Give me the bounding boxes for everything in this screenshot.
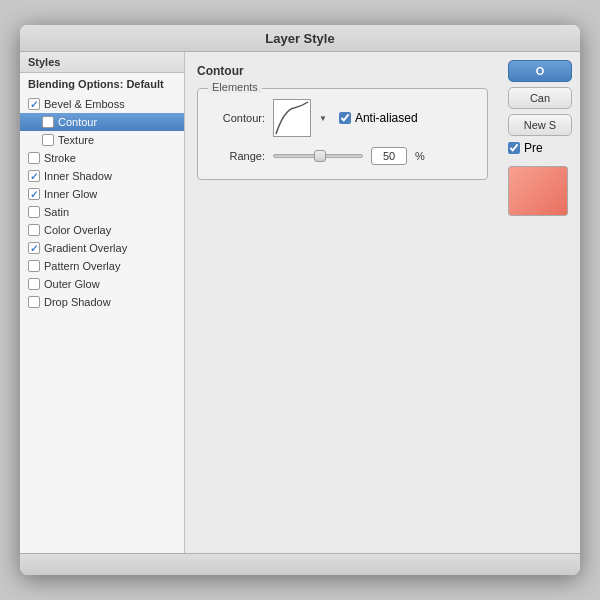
range-label: Range:	[210, 150, 265, 162]
anti-alias-row: Anti-aliased	[339, 111, 418, 125]
label-satin: Satin	[44, 206, 69, 218]
section-title: Contour	[197, 64, 488, 80]
sidebar-item-color-overlay[interactable]: Color Overlay	[20, 221, 184, 239]
checkbox-color-overlay[interactable]	[28, 224, 40, 236]
label-pattern-overlay: Pattern Overlay	[44, 260, 120, 272]
checkbox-inner-shadow[interactable]	[28, 170, 40, 182]
contour-label: Contour:	[210, 112, 265, 124]
checkbox-texture[interactable]	[42, 134, 54, 146]
elements-group: Elements Contour: ▼ A	[197, 88, 488, 180]
range-slider-container	[273, 154, 363, 158]
sidebar-item-blending[interactable]: Blending Options: Default	[20, 73, 184, 95]
ok-button[interactable]: O	[508, 60, 572, 82]
preview-label: Pre	[524, 141, 543, 155]
label-drop-shadow: Drop Shadow	[44, 296, 111, 308]
styles-header: Styles	[20, 52, 184, 73]
checkbox-outer-glow[interactable]	[28, 278, 40, 290]
preview-checkbox[interactable]	[508, 142, 520, 154]
preview-row: Pre	[508, 141, 572, 155]
side-buttons: O Can New S Pre	[500, 52, 580, 553]
sidebar-item-outer-glow[interactable]: Outer Glow	[20, 275, 184, 293]
preview-swatch	[508, 166, 568, 216]
range-row: Range: %	[210, 147, 475, 165]
anti-alias-checkbox[interactable]	[339, 112, 351, 124]
checkbox-gradient-overlay[interactable]	[28, 242, 40, 254]
svg-rect-0	[274, 100, 310, 136]
label-gradient-overlay: Gradient Overlay	[44, 242, 127, 254]
sidebar-item-bevel[interactable]: Bevel & Emboss	[20, 95, 184, 113]
label-inner-glow: Inner Glow	[44, 188, 97, 200]
sidebar-item-inner-glow[interactable]: Inner Glow	[20, 185, 184, 203]
checkbox-stroke[interactable]	[28, 152, 40, 164]
range-slider-thumb[interactable]	[314, 150, 326, 162]
bottom-bar	[20, 553, 580, 575]
right-panel: Contour Elements Contour: ▼	[185, 52, 580, 553]
range-slider-track[interactable]	[273, 154, 363, 158]
sidebar-item-texture[interactable]: Texture	[20, 131, 184, 149]
checkbox-inner-glow[interactable]	[28, 188, 40, 200]
label-texture: Texture	[58, 134, 94, 146]
sidebar-item-inner-shadow[interactable]: Inner Shadow	[20, 167, 184, 185]
new-style-button[interactable]: New S	[508, 114, 572, 136]
range-percent: %	[415, 150, 425, 162]
label-color-overlay: Color Overlay	[44, 224, 111, 236]
main-content: Contour Elements Contour: ▼	[185, 52, 500, 553]
left-panel: Styles Blending Options: DefaultBevel & …	[20, 52, 185, 553]
sidebar-item-stroke[interactable]: Stroke	[20, 149, 184, 167]
label-contour: Contour	[58, 116, 97, 128]
sidebar-item-drop-shadow[interactable]: Drop Shadow	[20, 293, 184, 311]
cancel-button[interactable]: Can	[508, 87, 572, 109]
anti-alias-label: Anti-aliased	[355, 111, 418, 125]
contour-row: Contour: ▼ Anti-aliased	[210, 99, 475, 137]
sidebar-item-pattern-overlay[interactable]: Pattern Overlay	[20, 257, 184, 275]
checkbox-contour[interactable]	[42, 116, 54, 128]
group-title: Elements	[208, 81, 262, 93]
label-outer-glow: Outer Glow	[44, 278, 100, 290]
layer-style-dialog: Layer Style Styles Blending Options: Def…	[20, 25, 580, 575]
checkbox-drop-shadow[interactable]	[28, 296, 40, 308]
range-input[interactable]	[371, 147, 407, 165]
dialog-body: Styles Blending Options: DefaultBevel & …	[20, 52, 580, 553]
checkbox-pattern-overlay[interactable]	[28, 260, 40, 272]
dialog-title: Layer Style	[20, 25, 580, 52]
contour-preview[interactable]	[273, 99, 311, 137]
label-stroke: Stroke	[44, 152, 76, 164]
sidebar-item-satin[interactable]: Satin	[20, 203, 184, 221]
sidebar-item-gradient-overlay[interactable]: Gradient Overlay	[20, 239, 184, 257]
label-bevel: Bevel & Emboss	[44, 98, 125, 110]
checkbox-bevel[interactable]	[28, 98, 40, 110]
contour-arrow: ▼	[319, 114, 327, 123]
label-inner-shadow: Inner Shadow	[44, 170, 112, 182]
sidebar-item-contour[interactable]: Contour	[20, 113, 184, 131]
styles-list: Blending Options: DefaultBevel & EmbossC…	[20, 73, 184, 311]
checkbox-satin[interactable]	[28, 206, 40, 218]
